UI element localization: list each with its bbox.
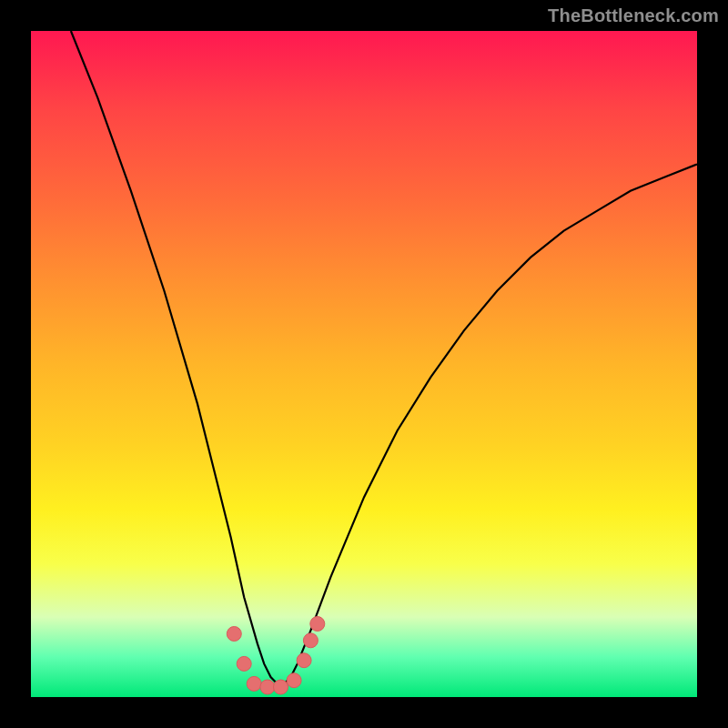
curve-marker — [297, 653, 311, 668]
curve-marker — [260, 680, 275, 694]
chart-plot-area — [31, 31, 697, 697]
curve-marker — [274, 680, 288, 694]
bottleneck-curve — [71, 31, 697, 683]
curve-marker — [303, 633, 318, 648]
curve-marker — [287, 673, 301, 688]
curve-marker — [310, 617, 325, 632]
curve-marker — [237, 656, 251, 671]
watermark-text: TheBottleneck.com — [548, 5, 719, 26]
curve-marker — [247, 676, 261, 691]
curve-markers — [227, 617, 324, 695]
curve-marker — [227, 627, 241, 642]
chart-frame: TheBottleneck.com — [0, 0, 728, 728]
